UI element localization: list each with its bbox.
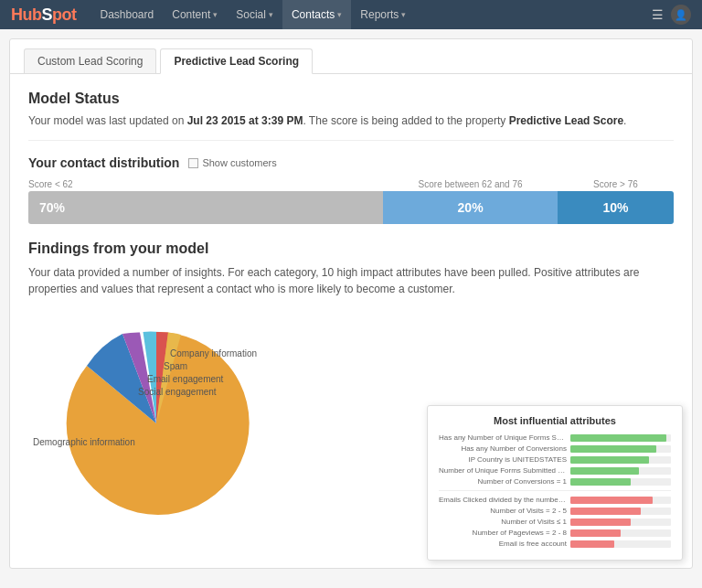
navbar: HubSpot Dashboard Content ▾ Social ▾ Con… — [0, 0, 702, 29]
findings-title: Findings from your model — [28, 241, 674, 257]
bar-row: Number of Visits ≤ 1 — [439, 518, 671, 526]
tab-predictive-lead-scoring[interactable]: Predictive Lead Scoring — [160, 48, 313, 74]
bar-fill — [570, 434, 666, 442]
model-status-text: Your model was last updated on Jul 23 20… — [28, 114, 674, 141]
model-status-suffix: . — [623, 114, 626, 127]
nav-contacts[interactable]: Contacts ▾ — [282, 0, 351, 29]
negative-bars: Emails Clicked divided by the number of … — [439, 496, 671, 548]
bar-label: Number of Visits = 2 - 5 — [439, 507, 567, 515]
nav-dashboard-label: Dashboard — [101, 8, 154, 21]
dist-seg2-value: 20% — [458, 200, 484, 215]
bar-fill — [570, 508, 641, 515]
bar-fill — [570, 497, 653, 504]
nav-content-chevron: ▾ — [213, 10, 218, 19]
tab-predictive-label: Predictive Lead Scoring — [174, 55, 299, 68]
dist-label-2: Score between 62 and 76 — [383, 179, 558, 189]
model-status-date: Jul 23 2015 at 3:39 PM — [187, 114, 303, 127]
dist-segment-3: 10% — [558, 191, 674, 224]
findings-text: Your data provided a number of insights.… — [28, 264, 674, 297]
nav-reports-chevron: ▾ — [401, 10, 406, 19]
model-status-prefix: Your model was last updated on — [28, 114, 187, 127]
bar-track — [570, 529, 671, 537]
bar-label: Email is free account — [439, 540, 567, 548]
main-content: Custom Lead Scoring Predictive Lead Scor… — [9, 38, 693, 569]
bar-label: Emails Clicked divided by the number of … — [439, 496, 567, 504]
nav-contacts-chevron: ▾ — [337, 10, 342, 19]
bar-label: Has any Number of Conversions — [439, 444, 567, 453]
dist-segment-2: 20% — [383, 191, 558, 224]
bar-track — [570, 456, 671, 464]
influential-card: Most influential attributes Has any Numb… — [427, 405, 683, 561]
nav-content[interactable]: Content ▾ — [163, 0, 227, 29]
distribution-bar: 70% 20% 10% — [28, 191, 674, 224]
nav-social[interactable]: Social ▾ — [227, 0, 282, 29]
model-status-mid: . The score is being added to the proper… — [303, 114, 508, 127]
tab-custom-lead-scoring[interactable]: Custom Lead Scoring — [24, 48, 156, 73]
dist-seg3-value: 10% — [602, 200, 628, 215]
nav-items: Dashboard Content ▾ Social ▾ Contacts ▾ … — [91, 0, 653, 29]
bar-track — [570, 445, 671, 453]
bar-label: Number of Unique Forms Submitted = 1 — [439, 466, 567, 475]
bar-track — [570, 497, 671, 504]
bar-fill — [570, 467, 639, 475]
bar-fill — [570, 529, 621, 537]
bar-label: IP Country is UNITEDSTATES — [439, 455, 567, 464]
nav-dashboard[interactable]: Dashboard — [91, 0, 164, 29]
pie-chart: Company information Spam Email engagemen… — [28, 314, 303, 533]
bar-track — [570, 434, 671, 442]
tab-custom-label: Custom Lead Scoring — [37, 55, 143, 68]
bar-track — [570, 540, 671, 548]
nav-social-label: Social — [236, 8, 266, 21]
bar-fill — [570, 445, 656, 453]
bar-row: Number of Conversions = 1 — [439, 477, 671, 486]
user-avatar[interactable]: 👤 — [671, 5, 691, 25]
bar-label: Has any Number of Unique Forms Submitted — [439, 433, 567, 442]
bar-label: Number of Conversions = 1 — [439, 477, 567, 486]
content-area: Model Status Your model was last updated… — [10, 74, 692, 550]
bar-track — [570, 508, 671, 515]
hamburger-icon[interactable]: ☰ — [652, 7, 664, 22]
bar-fill — [570, 478, 631, 486]
bar-track — [570, 478, 671, 486]
distribution-title: Your contact distribution — [28, 155, 179, 170]
bar-row: Number of Pageviews = 2 - 8 — [439, 529, 671, 537]
nav-contacts-label: Contacts — [292, 8, 335, 21]
positive-bars: Has any Number of Unique Forms Submitted… — [439, 433, 671, 486]
model-status-title: Model Status — [28, 91, 674, 107]
tabs-bar: Custom Lead Scoring Predictive Lead Scor… — [10, 39, 692, 74]
bar-fill — [570, 456, 649, 464]
bar-label: Number of Pageviews = 2 - 8 — [439, 529, 567, 537]
bar-row: Has any Number of Unique Forms Submitted — [439, 433, 671, 442]
model-status-property: Predictive Lead Score — [509, 114, 623, 127]
bars-divider — [439, 490, 671, 491]
bar-fill — [570, 519, 631, 526]
bar-track — [570, 519, 671, 526]
show-customers-label: Show customers — [202, 157, 276, 168]
bar-label: Number of Visits ≤ 1 — [439, 518, 567, 526]
dist-label-3: Score > 76 — [558, 179, 674, 189]
influential-title: Most influential attributes — [439, 415, 671, 426]
bar-row: Emails Clicked divided by the number of … — [439, 496, 671, 504]
bar-fill — [570, 540, 614, 548]
bar-row: Number of Visits = 2 - 5 — [439, 507, 671, 515]
show-customers-toggle[interactable]: Show customers — [188, 157, 276, 168]
dist-labels: Score < 62 Score between 62 and 76 Score… — [28, 179, 674, 189]
nav-right: ☰ 👤 — [652, 5, 691, 25]
nav-reports[interactable]: Reports ▾ — [351, 0, 415, 29]
hubspot-logo: HubSpot — [11, 5, 77, 25]
bar-row: Has any Number of Conversions — [439, 444, 671, 453]
distribution-header: Your contact distribution Show customers — [28, 155, 674, 170]
bar-row: IP Country is UNITEDSTATES — [439, 455, 671, 464]
show-customers-checkbox[interactable] — [188, 158, 198, 168]
dist-label-1: Score < 62 — [28, 179, 383, 189]
dist-segment-1: 70% — [28, 191, 383, 224]
chart-area: Company information Spam Email engagemen… — [28, 314, 674, 533]
bar-row: Email is free account — [439, 540, 671, 548]
bar-track — [570, 467, 671, 475]
nav-social-chevron: ▾ — [269, 10, 273, 19]
bar-row: Number of Unique Forms Submitted = 1 — [439, 466, 671, 475]
nav-reports-label: Reports — [360, 8, 399, 21]
nav-content-label: Content — [172, 8, 210, 21]
dist-seg1-value: 70% — [39, 200, 65, 215]
